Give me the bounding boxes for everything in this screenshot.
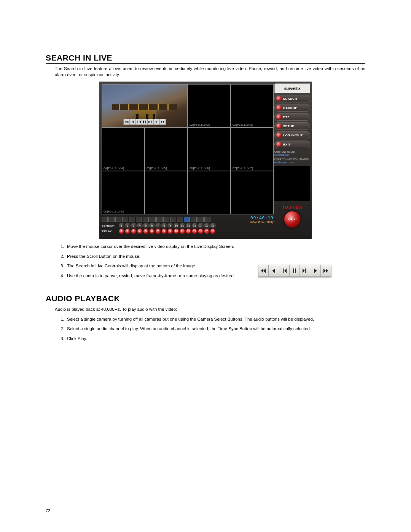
camera-cell[interactable]: C5[Position5]: [145, 128, 188, 171]
relay-14-button[interactable]: 14: [198, 228, 204, 234]
relay-6-button[interactable]: 6: [149, 228, 155, 234]
camera-cell[interactable]: C8[Position8]: [102, 171, 145, 214]
sensor-15-button[interactable]: 15: [204, 223, 210, 228]
relay-7-button[interactable]: 7: [155, 228, 161, 234]
relay-3-button[interactable]: 3: [131, 228, 137, 234]
cell-label: C2[Position2]: [190, 123, 210, 126]
sensor-2-button[interactable]: 2: [125, 223, 131, 228]
camera-cell[interactable]: C7[Position7]: [231, 128, 274, 171]
layout-button[interactable]: [163, 217, 169, 222]
sensor-9-button[interactable]: 9: [167, 223, 173, 228]
side-label: LOG IN/OUT: [283, 134, 303, 137]
relay-10-button[interactable]: 10: [174, 228, 179, 234]
side-icon: [276, 123, 282, 129]
relay-row: RELAY 12345678910111213141516: [102, 228, 274, 234]
dvr-sidebar: surveillix SEARCHBACKUPPTZSETUPLOG IN/OU…: [274, 83, 310, 237]
sensor-12-button[interactable]: 12: [186, 223, 191, 228]
layout-button[interactable]: [177, 217, 183, 222]
layout-button[interactable]: [102, 217, 108, 222]
relay-8-button[interactable]: 8: [161, 228, 167, 234]
layout-button[interactable]: [129, 217, 135, 222]
side-label: EXIT: [283, 143, 291, 146]
relay-9-button[interactable]: 9: [167, 228, 173, 234]
cell-label: C4[Position4]: [104, 167, 124, 170]
relay-11-button[interactable]: 11: [180, 228, 185, 234]
sensor-13-button[interactable]: 13: [192, 223, 198, 228]
mini-ffwd-icon[interactable]: ▶▶: [160, 119, 166, 125]
sensor-3-button[interactable]: 3: [131, 223, 137, 228]
relay-12-button[interactable]: 12: [186, 228, 191, 234]
relay-4-button[interactable]: 4: [137, 228, 143, 234]
section2-steps: Select a single camera by turning off al…: [55, 316, 365, 342]
side-setup-button[interactable]: SETUP: [274, 122, 310, 130]
mini-stepfwd-icon[interactable]: ▶❙: [148, 119, 154, 125]
layout-button[interactable]: [108, 217, 115, 222]
layout-button[interactable]: [184, 217, 190, 222]
camera-cell[interactable]: [231, 171, 274, 214]
date: 2002/05/31 Friday: [250, 220, 274, 223]
step: Click Play.: [65, 336, 365, 342]
side-ptz-button[interactable]: PTZ: [274, 113, 310, 121]
mini-play-icon[interactable]: ▶: [154, 119, 160, 125]
sensor-16-button[interactable]: 16: [210, 223, 216, 228]
sensor-10-button[interactable]: 10: [174, 223, 179, 228]
sensor-11-button[interactable]: 11: [180, 223, 185, 228]
relay-15-button[interactable]: 15: [204, 228, 210, 234]
layout-button[interactable]: [150, 217, 156, 222]
next-frame-button[interactable]: [300, 265, 310, 276]
sensor-8-button[interactable]: 8: [161, 223, 167, 228]
side-backup-button[interactable]: BACKUP: [274, 104, 310, 112]
step-fwd-button[interactable]: [310, 265, 320, 276]
fast-fwd-button[interactable]: [321, 265, 331, 276]
camera-cell[interactable]: C4[Position4]: [102, 128, 145, 171]
layout-button[interactable]: [204, 217, 210, 222]
camera-cell[interactable]: C2[Position2]: [188, 84, 231, 128]
relay-13-button[interactable]: 13: [192, 228, 198, 234]
layout-button[interactable]: [191, 217, 197, 222]
cell-label: C3[Position3]: [233, 123, 253, 126]
sensor-4-button[interactable]: 4: [137, 223, 143, 228]
replay-knob[interactable]: REPLAY: [284, 211, 301, 228]
sensor-row: SENSOR 12345678910111213141516: [102, 223, 274, 228]
side-label: BACKUP: [283, 106, 297, 110]
step: Select a single audio channel to play. W…: [65, 326, 365, 332]
mini-back-icon[interactable]: ◀: [130, 119, 136, 125]
relay-5-button[interactable]: 5: [143, 228, 149, 234]
pause-button[interactable]: [290, 265, 300, 276]
layout-button[interactable]: [115, 217, 121, 222]
layout-button[interactable]: [143, 217, 149, 222]
step-back-button[interactable]: [269, 265, 279, 276]
relay-2-button[interactable]: 2: [125, 228, 131, 234]
sensor-7-button[interactable]: 7: [155, 223, 161, 228]
side-label: SEARCH: [283, 97, 297, 101]
side-exit-button[interactable]: EXIT: [274, 141, 310, 148]
sensor-1-button[interactable]: 1: [119, 223, 124, 228]
layout-button[interactable]: [136, 217, 142, 222]
camera-cell[interactable]: [188, 171, 231, 214]
rewind-button[interactable]: [258, 265, 269, 276]
camera-cell-1[interactable]: ◀◀ ◀ ❙◀ ❚❚ ▶❙ ▶ ▶▶: [102, 84, 188, 128]
layout-button[interactable]: [156, 217, 162, 222]
mini-stepback-icon[interactable]: ❙◀: [136, 119, 142, 125]
sensor-14-button[interactable]: 14: [198, 223, 204, 228]
layout-button[interactable]: [170, 217, 176, 222]
sensor-6-button[interactable]: 6: [149, 223, 155, 228]
section1-title: SEARCH IN LIVE: [46, 53, 365, 64]
camera-cell[interactable]: C3[Position3]: [231, 84, 274, 128]
cell-label: C8[Position8]: [104, 210, 124, 213]
layout-button[interactable]: [198, 217, 204, 222]
camera-cell[interactable]: C6[Position6]: [188, 128, 231, 171]
side-search-button[interactable]: SEARCH: [274, 95, 310, 102]
page-number: 72: [46, 508, 50, 513]
side-log-in-out-button[interactable]: LOG IN/OUT: [274, 131, 310, 139]
mini-pause-icon[interactable]: ❚❚: [142, 119, 148, 125]
relay-1-button[interactable]: 1: [119, 228, 124, 234]
search-in-live-controls[interactable]: ◀◀ ◀ ❙◀ ❚❚ ▶❙ ▶ ▶▶: [123, 119, 166, 125]
mini-rewind-icon[interactable]: ◀◀: [124, 119, 130, 125]
layout-button[interactable]: [122, 217, 128, 222]
toshiba-brand: TOSHIBA: [274, 205, 310, 209]
relay-16-button[interactable]: 16: [210, 228, 216, 234]
prev-frame-button[interactable]: [279, 265, 290, 276]
camera-cell[interactable]: [145, 171, 188, 214]
sensor-5-button[interactable]: 5: [143, 223, 149, 228]
